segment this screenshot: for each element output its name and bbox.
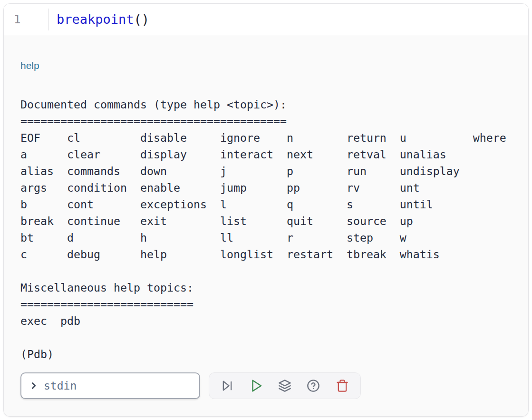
trash-icon bbox=[336, 379, 349, 392]
debugger-toolbar bbox=[209, 372, 361, 399]
echoed-command: help bbox=[20, 59, 512, 72]
code-line[interactable]: breakpoint() bbox=[48, 12, 528, 27]
stack-button[interactable] bbox=[272, 375, 298, 397]
line-number: 1 bbox=[4, 13, 20, 26]
stdin-input[interactable] bbox=[44, 380, 192, 392]
chevron-right-icon bbox=[29, 381, 39, 391]
stdin-box[interactable] bbox=[20, 372, 200, 399]
run-button[interactable] bbox=[243, 375, 269, 397]
code-parens-token: () bbox=[134, 12, 150, 27]
console-output-pane: help Documented commands (type help <top… bbox=[4, 35, 528, 399]
layers-icon bbox=[278, 379, 291, 392]
help-button[interactable] bbox=[300, 375, 326, 397]
console-controls bbox=[20, 372, 512, 399]
play-icon bbox=[249, 379, 263, 393]
skip-forward-icon bbox=[221, 379, 234, 392]
python-debugger-widget: 1 breakpoint() help Documented commands … bbox=[3, 3, 529, 417]
editor-gutter: 1 bbox=[4, 4, 48, 35]
code-editor: 1 breakpoint() bbox=[4, 4, 528, 35]
step-forward-button[interactable] bbox=[214, 375, 240, 397]
code-function-token: breakpoint bbox=[57, 12, 134, 27]
clear-button[interactable] bbox=[329, 375, 355, 397]
help-circle-icon bbox=[307, 379, 320, 392]
pdb-help-output: Documented commands (type help <topic>):… bbox=[20, 96, 512, 362]
